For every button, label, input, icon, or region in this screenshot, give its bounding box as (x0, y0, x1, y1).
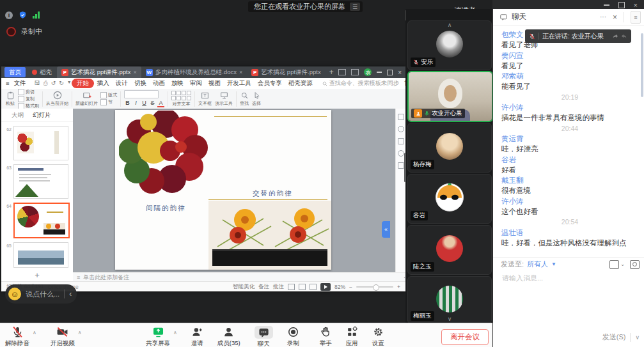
paragraph-align-group[interactable]: 对齐文本 (171, 91, 191, 107)
wps-file-tab-ppt2[interactable]: P 艺术插花 ppt课件.pptx (247, 66, 325, 78)
new-slide-button[interactable]: 新建幻灯片 (75, 91, 98, 107)
scroll-down-icon[interactable]: ∨ (448, 316, 452, 322)
send-button[interactable]: 发送(S) (602, 332, 626, 342)
notes-bar[interactable]: ≡ 单击此处添加备注 ··· (73, 272, 413, 282)
cut-button[interactable]: 剪切 (18, 89, 39, 95)
start-video-button[interactable]: 开启视频 (51, 326, 75, 347)
format-painter-button[interactable]: 格式刷 (18, 103, 39, 109)
members-button[interactable]: 成员(35) (217, 326, 240, 347)
participant-tile-speaking[interactable]: 农业开心果 (407, 71, 493, 122)
slideshow-play-button[interactable] (320, 283, 331, 291)
menu-animation[interactable]: 动画 (150, 79, 168, 88)
wps-close-button[interactable]: × (398, 69, 402, 76)
paste-button[interactable]: 粘贴 (6, 91, 15, 107)
tab-close-icon[interactable]: × (239, 69, 242, 75)
chat-history-button[interactable]: ⌄ (609, 260, 625, 269)
chat-message-input[interactable] (501, 274, 638, 282)
shape-tool-icon[interactable] (398, 138, 404, 144)
zoom-slider[interactable] (356, 286, 393, 288)
collapse-panel-tab[interactable]: « (382, 221, 390, 238)
section-button[interactable]: 节 (100, 99, 117, 105)
wps-home-tab[interactable]: 首页 (4, 67, 26, 77)
outline-tab[interactable]: 大纲 (12, 111, 24, 120)
chat-close-button[interactable]: × (613, 13, 617, 22)
layout-button[interactable]: 版式 (100, 92, 117, 98)
leave-meeting-button[interactable]: 离开会议 (441, 329, 489, 345)
menu-file[interactable]: 文件 (14, 79, 29, 88)
record-button[interactable]: 录制 (287, 326, 299, 347)
textbox-button[interactable]: 文本框 (198, 91, 212, 107)
wps-restore-button[interactable] (387, 70, 393, 75)
image-tool-icon[interactable] (398, 150, 404, 157)
slide-thumbnail[interactable] (13, 242, 68, 268)
beautify-button[interactable]: 智能美化 (233, 283, 255, 291)
participant-tile[interactable]: 谷岩 (407, 174, 492, 224)
settings-button[interactable]: 设置 (372, 326, 384, 347)
reply-arrow-icon[interactable] (620, 33, 627, 40)
wps-minimize-button[interactable] (377, 72, 382, 72)
chat-scrollbar[interactable] (641, 33, 643, 97)
video-options-chevron[interactable]: ∧ (78, 330, 82, 335)
participant-tile[interactable]: 陆之玉 (407, 225, 492, 275)
zoom-in-button[interactable]: + (397, 284, 400, 290)
wps-account-avatar[interactable]: 农 (364, 68, 372, 76)
menu-devtools[interactable]: 开发工具 (224, 79, 255, 88)
shield-icon[interactable] (19, 11, 27, 19)
menu-member[interactable]: 会员专享 (255, 79, 285, 88)
slide-thumbnail-selected[interactable] (13, 203, 70, 238)
share-options-chevron[interactable]: ∧ (173, 330, 177, 335)
object-tool-icon[interactable] (398, 114, 404, 120)
zoom-level[interactable]: 82% (334, 284, 345, 290)
zoom-out-button[interactable]: − (349, 284, 352, 290)
unmute-button[interactable]: 解除静音 (5, 326, 29, 347)
comments-button[interactable]: 批注 (273, 283, 284, 291)
select-button[interactable]: 选择 (252, 91, 261, 107)
screenshot-button[interactable] (630, 260, 640, 269)
tab-list-icon[interactable] (338, 69, 346, 75)
danmaku-toggle-icon[interactable]: ☰ (350, 3, 360, 11)
add-slide-button[interactable]: + (1, 270, 73, 280)
bold-button[interactable]: B (124, 100, 131, 107)
chat-more-button[interactable]: ··· (600, 13, 606, 20)
send-options-caret[interactable]: ∨ (635, 334, 640, 341)
participant-tile[interactable]: ∨ 梅丽玉 (407, 276, 492, 324)
italic-button[interactable]: I (132, 100, 139, 107)
slide-thumbnail[interactable] (13, 164, 68, 199)
share-screen-button[interactable]: 共享屏幕 (146, 326, 170, 347)
wps-file-tab-active[interactable]: P 艺术插花 ppt课件.pptx × (57, 66, 141, 78)
new-tab-button[interactable]: + (329, 68, 334, 77)
menu-slideshow[interactable]: 放映 (168, 79, 187, 88)
copy-button[interactable]: 复制 (18, 96, 39, 102)
apps-button[interactable]: 应用 (346, 326, 358, 347)
strip-resize-handle[interactable] (404, 153, 406, 182)
sync-status[interactable]: 未同步 (381, 79, 400, 88)
window-minimize-button[interactable] (604, 4, 609, 6)
menu-transition[interactable]: 切换 (131, 79, 150, 88)
wps-search-box[interactable]: 查找命令、搜索模板 (322, 79, 381, 88)
font-color-button[interactable]: A (157, 100, 164, 107)
mic-options-chevron[interactable]: ∧ (33, 330, 36, 335)
normal-view-icon[interactable] (288, 284, 295, 290)
workspace-icon[interactable] (351, 69, 359, 75)
network-signal-icon[interactable] (33, 12, 40, 19)
window-restore-button[interactable] (618, 2, 625, 8)
menu-insert[interactable]: 插入 (94, 79, 113, 88)
menu-docer-res[interactable]: 稻壳资源 (285, 79, 316, 88)
quick-chat-bubble[interactable]: ☺ 说点什么... ‹ (5, 284, 77, 304)
send-to-select[interactable]: 所有人 (527, 259, 548, 269)
quick-chat-placeholder[interactable]: 说点什么... (26, 289, 59, 299)
reading-view-icon[interactable] (310, 284, 317, 290)
chart-tool-icon[interactable] (398, 162, 404, 169)
text-tool-icon[interactable] (398, 126, 404, 132)
panel-hamburger-button[interactable]: ≡ (631, 11, 641, 24)
collapse-left-icon[interactable]: ‹ (69, 289, 72, 298)
menu-view[interactable]: 视图 (205, 79, 224, 88)
current-slide[interactable]: 交替的韵律 间隔的韵律 (115, 110, 331, 270)
notes-button[interactable]: 备注 (258, 283, 269, 291)
invite-button[interactable]: 邀请 (191, 326, 203, 347)
play-from-current-button[interactable]: 从当前开始 (46, 91, 68, 107)
sorter-view-icon[interactable] (299, 284, 306, 290)
participant-tile[interactable]: ∧ 安乐 (407, 20, 492, 70)
wps-file-tab-doc[interactable]: W 多肉种植环境及养殖总结.docx × (141, 66, 247, 78)
raise-hand-button[interactable]: 举手 (320, 326, 332, 347)
